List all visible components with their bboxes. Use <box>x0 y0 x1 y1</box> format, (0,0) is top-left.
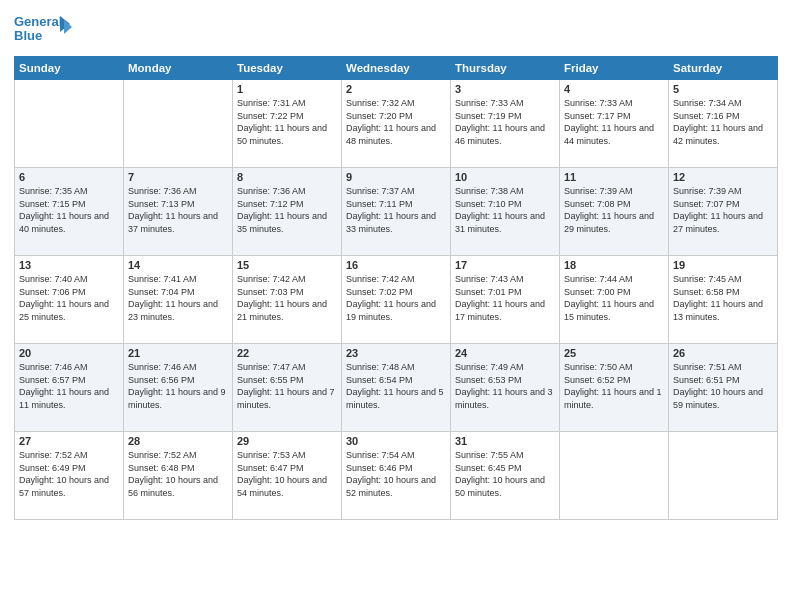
calendar-cell: 3Sunrise: 7:33 AM Sunset: 7:19 PM Daylig… <box>451 80 560 168</box>
calendar-cell: 14Sunrise: 7:41 AM Sunset: 7:04 PM Dayli… <box>124 256 233 344</box>
calendar-cell: 5Sunrise: 7:34 AM Sunset: 7:16 PM Daylig… <box>669 80 778 168</box>
cell-text: Sunrise: 7:54 AM Sunset: 6:46 PM Dayligh… <box>346 449 446 499</box>
calendar-cell: 17Sunrise: 7:43 AM Sunset: 7:01 PM Dayli… <box>451 256 560 344</box>
svg-text:Blue: Blue <box>14 28 42 43</box>
cell-text: Sunrise: 7:33 AM Sunset: 7:17 PM Dayligh… <box>564 97 664 147</box>
svg-marker-3 <box>64 20 72 34</box>
calendar-cell: 18Sunrise: 7:44 AM Sunset: 7:00 PM Dayli… <box>560 256 669 344</box>
cell-text: Sunrise: 7:36 AM Sunset: 7:12 PM Dayligh… <box>237 185 337 235</box>
calendar-table: SundayMondayTuesdayWednesdayThursdayFrid… <box>14 56 778 520</box>
calendar-cell: 13Sunrise: 7:40 AM Sunset: 7:06 PM Dayli… <box>15 256 124 344</box>
day-number: 12 <box>673 171 773 183</box>
calendar-cell: 20Sunrise: 7:46 AM Sunset: 6:57 PM Dayli… <box>15 344 124 432</box>
cell-text: Sunrise: 7:46 AM Sunset: 6:56 PM Dayligh… <box>128 361 228 411</box>
cell-text: Sunrise: 7:53 AM Sunset: 6:47 PM Dayligh… <box>237 449 337 499</box>
calendar-cell: 30Sunrise: 7:54 AM Sunset: 6:46 PM Dayli… <box>342 432 451 520</box>
calendar-cell: 9Sunrise: 7:37 AM Sunset: 7:11 PM Daylig… <box>342 168 451 256</box>
day-number: 29 <box>237 435 337 447</box>
day-number: 4 <box>564 83 664 95</box>
calendar-cell: 1Sunrise: 7:31 AM Sunset: 7:22 PM Daylig… <box>233 80 342 168</box>
day-number: 26 <box>673 347 773 359</box>
calendar-cell: 10Sunrise: 7:38 AM Sunset: 7:10 PM Dayli… <box>451 168 560 256</box>
calendar-cell: 25Sunrise: 7:50 AM Sunset: 6:52 PM Dayli… <box>560 344 669 432</box>
day-number: 28 <box>128 435 228 447</box>
calendar-cell: 19Sunrise: 7:45 AM Sunset: 6:58 PM Dayli… <box>669 256 778 344</box>
calendar-cell: 6Sunrise: 7:35 AM Sunset: 7:15 PM Daylig… <box>15 168 124 256</box>
day-number: 31 <box>455 435 555 447</box>
cell-text: Sunrise: 7:40 AM Sunset: 7:06 PM Dayligh… <box>19 273 119 323</box>
calendar-week-row: 20Sunrise: 7:46 AM Sunset: 6:57 PM Dayli… <box>15 344 778 432</box>
day-number: 16 <box>346 259 446 271</box>
calendar-cell <box>560 432 669 520</box>
day-number: 30 <box>346 435 446 447</box>
day-number: 17 <box>455 259 555 271</box>
day-number: 27 <box>19 435 119 447</box>
calendar-cell <box>124 80 233 168</box>
cell-text: Sunrise: 7:47 AM Sunset: 6:55 PM Dayligh… <box>237 361 337 411</box>
day-number: 14 <box>128 259 228 271</box>
calendar-week-row: 27Sunrise: 7:52 AM Sunset: 6:49 PM Dayli… <box>15 432 778 520</box>
cell-text: Sunrise: 7:52 AM Sunset: 6:49 PM Dayligh… <box>19 449 119 499</box>
day-number: 21 <box>128 347 228 359</box>
calendar-cell: 4Sunrise: 7:33 AM Sunset: 7:17 PM Daylig… <box>560 80 669 168</box>
day-number: 19 <box>673 259 773 271</box>
day-number: 18 <box>564 259 664 271</box>
cell-text: Sunrise: 7:41 AM Sunset: 7:04 PM Dayligh… <box>128 273 228 323</box>
day-number: 10 <box>455 171 555 183</box>
cell-text: Sunrise: 7:37 AM Sunset: 7:11 PM Dayligh… <box>346 185 446 235</box>
day-number: 7 <box>128 171 228 183</box>
calendar-week-row: 13Sunrise: 7:40 AM Sunset: 7:06 PM Dayli… <box>15 256 778 344</box>
calendar-cell: 24Sunrise: 7:49 AM Sunset: 6:53 PM Dayli… <box>451 344 560 432</box>
day-number: 3 <box>455 83 555 95</box>
calendar-cell <box>669 432 778 520</box>
weekday-header-saturday: Saturday <box>669 57 778 80</box>
weekday-header-thursday: Thursday <box>451 57 560 80</box>
calendar-week-row: 1Sunrise: 7:31 AM Sunset: 7:22 PM Daylig… <box>15 80 778 168</box>
logo-svg: GeneralBlue <box>14 10 74 48</box>
cell-text: Sunrise: 7:52 AM Sunset: 6:48 PM Dayligh… <box>128 449 228 499</box>
day-number: 24 <box>455 347 555 359</box>
cell-text: Sunrise: 7:34 AM Sunset: 7:16 PM Dayligh… <box>673 97 773 147</box>
calendar-cell <box>15 80 124 168</box>
weekday-header-sunday: Sunday <box>15 57 124 80</box>
cell-text: Sunrise: 7:42 AM Sunset: 7:03 PM Dayligh… <box>237 273 337 323</box>
calendar-cell: 29Sunrise: 7:53 AM Sunset: 6:47 PM Dayli… <box>233 432 342 520</box>
cell-text: Sunrise: 7:43 AM Sunset: 7:01 PM Dayligh… <box>455 273 555 323</box>
calendar-cell: 16Sunrise: 7:42 AM Sunset: 7:02 PM Dayli… <box>342 256 451 344</box>
day-number: 1 <box>237 83 337 95</box>
day-number: 13 <box>19 259 119 271</box>
calendar-cell: 11Sunrise: 7:39 AM Sunset: 7:08 PM Dayli… <box>560 168 669 256</box>
cell-text: Sunrise: 7:39 AM Sunset: 7:07 PM Dayligh… <box>673 185 773 235</box>
day-number: 23 <box>346 347 446 359</box>
calendar-cell: 2Sunrise: 7:32 AM Sunset: 7:20 PM Daylig… <box>342 80 451 168</box>
cell-text: Sunrise: 7:55 AM Sunset: 6:45 PM Dayligh… <box>455 449 555 499</box>
day-number: 11 <box>564 171 664 183</box>
logo: GeneralBlue <box>14 10 74 48</box>
calendar-week-row: 6Sunrise: 7:35 AM Sunset: 7:15 PM Daylig… <box>15 168 778 256</box>
calendar-cell: 15Sunrise: 7:42 AM Sunset: 7:03 PM Dayli… <box>233 256 342 344</box>
cell-text: Sunrise: 7:39 AM Sunset: 7:08 PM Dayligh… <box>564 185 664 235</box>
day-number: 9 <box>346 171 446 183</box>
day-number: 20 <box>19 347 119 359</box>
cell-text: Sunrise: 7:45 AM Sunset: 6:58 PM Dayligh… <box>673 273 773 323</box>
cell-text: Sunrise: 7:46 AM Sunset: 6:57 PM Dayligh… <box>19 361 119 411</box>
day-number: 22 <box>237 347 337 359</box>
day-number: 6 <box>19 171 119 183</box>
day-number: 2 <box>346 83 446 95</box>
cell-text: Sunrise: 7:42 AM Sunset: 7:02 PM Dayligh… <box>346 273 446 323</box>
weekday-header-row: SundayMondayTuesdayWednesdayThursdayFrid… <box>15 57 778 80</box>
cell-text: Sunrise: 7:38 AM Sunset: 7:10 PM Dayligh… <box>455 185 555 235</box>
calendar-cell: 22Sunrise: 7:47 AM Sunset: 6:55 PM Dayli… <box>233 344 342 432</box>
calendar-cell: 7Sunrise: 7:36 AM Sunset: 7:13 PM Daylig… <box>124 168 233 256</box>
weekday-header-tuesday: Tuesday <box>233 57 342 80</box>
cell-text: Sunrise: 7:32 AM Sunset: 7:20 PM Dayligh… <box>346 97 446 147</box>
calendar-cell: 12Sunrise: 7:39 AM Sunset: 7:07 PM Dayli… <box>669 168 778 256</box>
weekday-header-wednesday: Wednesday <box>342 57 451 80</box>
calendar-cell: 31Sunrise: 7:55 AM Sunset: 6:45 PM Dayli… <box>451 432 560 520</box>
cell-text: Sunrise: 7:36 AM Sunset: 7:13 PM Dayligh… <box>128 185 228 235</box>
cell-text: Sunrise: 7:50 AM Sunset: 6:52 PM Dayligh… <box>564 361 664 411</box>
cell-text: Sunrise: 7:33 AM Sunset: 7:19 PM Dayligh… <box>455 97 555 147</box>
cell-text: Sunrise: 7:35 AM Sunset: 7:15 PM Dayligh… <box>19 185 119 235</box>
calendar-cell: 21Sunrise: 7:46 AM Sunset: 6:56 PM Dayli… <box>124 344 233 432</box>
calendar-cell: 8Sunrise: 7:36 AM Sunset: 7:12 PM Daylig… <box>233 168 342 256</box>
